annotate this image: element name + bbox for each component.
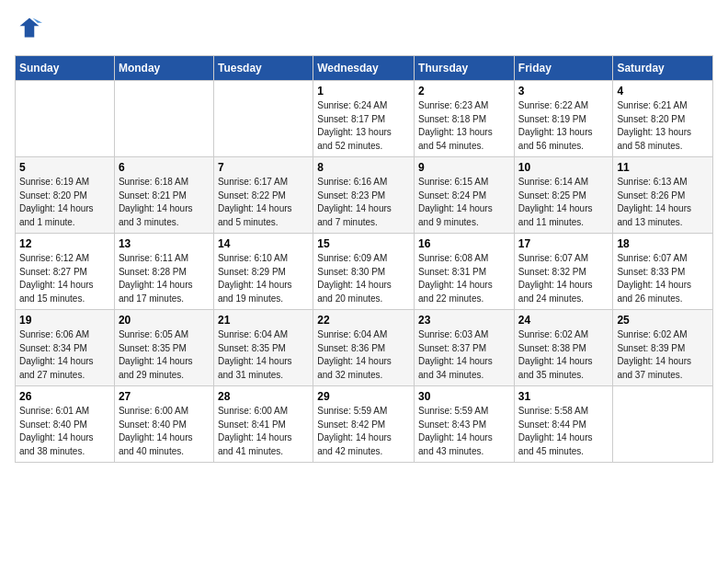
calendar-cell: 17Sunrise: 6:07 AM Sunset: 8:32 PM Dayli… [514,234,613,310]
calendar-cell: 22Sunrise: 6:04 AM Sunset: 8:36 PM Dayli… [313,310,415,386]
day-info: Sunrise: 6:02 AM Sunset: 8:38 PM Dayligh… [518,328,609,382]
calendar-cell: 25Sunrise: 6:02 AM Sunset: 8:39 PM Dayli… [613,310,713,386]
day-number: 3 [518,85,609,98]
calendar-cell [114,81,213,157]
day-number: 8 [317,161,410,174]
calendar-cell: 16Sunrise: 6:08 AM Sunset: 8:31 PM Dayli… [415,234,515,310]
calendar-cell [16,81,115,157]
day-info: Sunrise: 6:03 AM Sunset: 8:37 PM Dayligh… [418,328,510,382]
calendar-cell: 26Sunrise: 6:01 AM Sunset: 8:40 PM Dayli… [16,386,115,463]
day-number: 15 [317,237,410,250]
calendar-cell: 14Sunrise: 6:10 AM Sunset: 8:29 PM Dayli… [213,234,313,310]
day-number: 23 [418,314,510,327]
weekday-header-friday: Friday [514,56,613,81]
weekday-header-sunday: Sunday [16,56,115,81]
day-number: 2 [418,85,510,98]
day-number: 12 [19,237,110,250]
day-number: 27 [119,390,210,403]
page-header [15,15,713,44]
weekday-header-tuesday: Tuesday [213,56,313,81]
calendar-cell: 28Sunrise: 6:00 AM Sunset: 8:41 PM Dayli… [213,386,313,463]
day-number: 30 [418,390,510,403]
day-info: Sunrise: 6:07 AM Sunset: 8:33 PM Dayligh… [617,252,709,305]
day-info: Sunrise: 6:18 AM Sunset: 8:21 PM Dayligh… [119,176,210,229]
weekday-header-monday: Monday [114,56,213,81]
day-number: 14 [218,237,309,250]
calendar-cell: 29Sunrise: 5:59 AM Sunset: 8:42 PM Dayli… [313,386,415,463]
day-info: Sunrise: 5:59 AM Sunset: 8:42 PM Dayligh… [317,405,410,458]
day-info: Sunrise: 6:14 AM Sunset: 8:25 PM Dayligh… [518,176,609,229]
day-info: Sunrise: 6:01 AM Sunset: 8:40 PM Dayligh… [19,405,110,458]
calendar-cell: 13Sunrise: 6:11 AM Sunset: 8:28 PM Dayli… [114,234,213,310]
calendar-cell: 6Sunrise: 6:18 AM Sunset: 8:21 PM Daylig… [114,157,213,234]
day-info: Sunrise: 6:12 AM Sunset: 8:27 PM Dayligh… [19,252,110,305]
calendar-cell [613,386,713,463]
day-number: 9 [418,161,510,174]
day-number: 10 [518,161,609,174]
calendar-week-2: 5Sunrise: 6:19 AM Sunset: 8:20 PM Daylig… [16,157,713,234]
day-number: 25 [617,314,709,327]
calendar-cell: 27Sunrise: 6:00 AM Sunset: 8:40 PM Dayli… [114,386,213,463]
calendar-cell: 24Sunrise: 6:02 AM Sunset: 8:38 PM Dayli… [514,310,613,386]
day-number: 7 [218,161,309,174]
day-info: Sunrise: 6:15 AM Sunset: 8:24 PM Dayligh… [418,176,510,229]
day-number: 28 [218,390,309,403]
calendar-cell: 12Sunrise: 6:12 AM Sunset: 8:27 PM Dayli… [16,234,115,310]
calendar-cell: 11Sunrise: 6:13 AM Sunset: 8:26 PM Dayli… [613,157,713,234]
calendar-cell: 1Sunrise: 6:24 AM Sunset: 8:17 PM Daylig… [313,81,415,157]
calendar-header: SundayMondayTuesdayWednesdayThursdayFrid… [16,56,713,81]
calendar-cell: 20Sunrise: 6:05 AM Sunset: 8:35 PM Dayli… [114,310,213,386]
day-number: 26 [19,390,110,403]
calendar-cell: 18Sunrise: 6:07 AM Sunset: 8:33 PM Dayli… [613,234,713,310]
calendar-cell: 31Sunrise: 5:58 AM Sunset: 8:44 PM Dayli… [514,386,613,463]
day-number: 1 [317,85,410,98]
calendar-cell: 2Sunrise: 6:23 AM Sunset: 8:18 PM Daylig… [415,81,515,157]
day-info: Sunrise: 6:16 AM Sunset: 8:23 PM Dayligh… [317,176,410,229]
day-number: 18 [617,237,709,250]
day-info: Sunrise: 6:17 AM Sunset: 8:22 PM Dayligh… [218,176,309,229]
calendar-cell: 30Sunrise: 5:59 AM Sunset: 8:43 PM Dayli… [415,386,515,463]
day-number: 17 [518,237,609,250]
calendar-cell: 21Sunrise: 6:04 AM Sunset: 8:35 PM Dayli… [213,310,313,386]
day-number: 21 [218,314,309,327]
day-info: Sunrise: 6:21 AM Sunset: 8:20 PM Dayligh… [617,99,709,153]
day-number: 13 [119,237,210,250]
weekday-header-row: SundayMondayTuesdayWednesdayThursdayFrid… [16,56,713,81]
day-number: 11 [617,161,709,174]
day-info: Sunrise: 6:13 AM Sunset: 8:26 PM Dayligh… [617,176,709,229]
day-number: 6 [119,161,210,174]
day-info: Sunrise: 5:59 AM Sunset: 8:43 PM Dayligh… [418,405,510,458]
day-number: 20 [119,314,210,327]
day-number: 16 [418,237,510,250]
day-number: 4 [617,85,709,98]
day-info: Sunrise: 6:11 AM Sunset: 8:28 PM Dayligh… [119,252,210,305]
weekday-header-wednesday: Wednesday [313,56,415,81]
day-info: Sunrise: 6:08 AM Sunset: 8:31 PM Dayligh… [418,252,510,305]
day-info: Sunrise: 6:05 AM Sunset: 8:35 PM Dayligh… [119,328,210,382]
day-number: 31 [518,390,609,403]
calendar-table: SundayMondayTuesdayWednesdayThursdayFrid… [15,55,713,463]
weekday-header-saturday: Saturday [613,56,713,81]
day-info: Sunrise: 6:06 AM Sunset: 8:34 PM Dayligh… [19,328,110,382]
calendar-body: 1Sunrise: 6:24 AM Sunset: 8:17 PM Daylig… [16,81,713,463]
calendar-week-3: 12Sunrise: 6:12 AM Sunset: 8:27 PM Dayli… [16,234,713,310]
day-info: Sunrise: 6:19 AM Sunset: 8:20 PM Dayligh… [19,176,110,229]
calendar-cell: 3Sunrise: 6:22 AM Sunset: 8:19 PM Daylig… [514,81,613,157]
calendar-cell: 4Sunrise: 6:21 AM Sunset: 8:20 PM Daylig… [613,81,713,157]
calendar-cell: 8Sunrise: 6:16 AM Sunset: 8:23 PM Daylig… [313,157,415,234]
calendar-week-5: 26Sunrise: 6:01 AM Sunset: 8:40 PM Dayli… [16,386,713,463]
day-info: Sunrise: 6:00 AM Sunset: 8:40 PM Dayligh… [119,405,210,458]
day-number: 22 [317,314,410,327]
day-info: Sunrise: 6:24 AM Sunset: 8:17 PM Dayligh… [317,99,410,153]
calendar-cell [213,81,313,157]
calendar-cell: 10Sunrise: 6:14 AM Sunset: 8:25 PM Dayli… [514,157,613,234]
calendar-cell: 9Sunrise: 6:15 AM Sunset: 8:24 PM Daylig… [415,157,515,234]
calendar-cell: 5Sunrise: 6:19 AM Sunset: 8:20 PM Daylig… [16,157,115,234]
logo-icon [17,15,42,40]
day-number: 19 [19,314,110,327]
day-info: Sunrise: 6:00 AM Sunset: 8:41 PM Dayligh… [218,405,309,458]
day-info: Sunrise: 6:23 AM Sunset: 8:18 PM Dayligh… [418,99,510,153]
day-info: Sunrise: 6:07 AM Sunset: 8:32 PM Dayligh… [518,252,609,305]
day-info: Sunrise: 6:10 AM Sunset: 8:29 PM Dayligh… [218,252,309,305]
day-info: Sunrise: 6:04 AM Sunset: 8:36 PM Dayligh… [317,328,410,382]
